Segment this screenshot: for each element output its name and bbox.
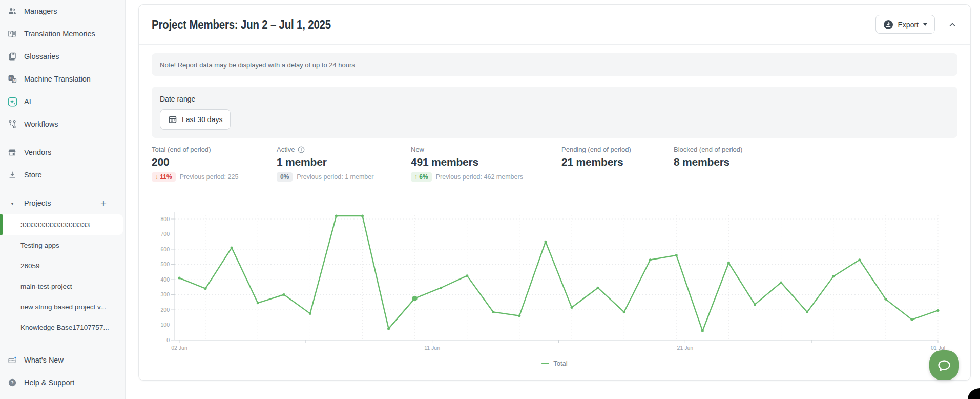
sidebar-project-item[interactable]: Testing apps — [0, 235, 125, 255]
svg-text:02 Jun: 02 Jun — [171, 345, 187, 351]
stat-label: Active — [277, 146, 295, 153]
sidebar-item-translation-memories[interactable]: Translation Memories — [0, 23, 125, 45]
sidebar-item-label: Managers — [24, 7, 57, 15]
members-chart[interactable]: 010020030040050060070080002 Jun11 Jun21 … — [152, 202, 957, 367]
stats-row: Total (end of period) 200 ↓ 11% Previous… — [152, 145, 957, 182]
chart-legend: Total — [152, 360, 957, 367]
stat-pending: Pending (end of period) 21 members — [561, 145, 674, 182]
delta-badge: ↓ 11% — [152, 172, 176, 182]
project-item-label: new string based project v... — [20, 303, 106, 311]
date-range-button[interactable]: Last 30 days — [160, 109, 231, 130]
project-item-label: 333333333333333333 — [20, 221, 90, 229]
svg-text:0: 0 — [166, 337, 170, 343]
date-range-panel: Date range Last 30 days — [152, 87, 957, 138]
divider — [0, 346, 125, 346]
projects-section-header[interactable]: ▾ Projects + — [0, 192, 125, 214]
sidebar-item-label: Vendors — [24, 148, 51, 156]
stat-label: Blocked (end of period) — [674, 146, 742, 153]
svg-text:400: 400 — [160, 276, 170, 283]
svg-text:600: 600 — [160, 246, 170, 252]
svg-text:A: A — [13, 78, 16, 82]
project-item-label: Knowledge Base17107757... — [20, 324, 109, 331]
sidebar-project-item[interactable]: Knowledge Base17107757... — [0, 317, 125, 337]
active-indicator-bar — [0, 214, 3, 235]
translation-memories-icon — [7, 29, 17, 39]
stat-blocked: Blocked (end of period) 8 members — [674, 145, 742, 182]
chat-widget-button[interactable] — [929, 350, 959, 380]
machine-translation-icon: G A — [7, 74, 17, 84]
stat-label: Pending (end of period) — [561, 146, 674, 153]
sidebar-item-label: Machine Translation — [24, 75, 91, 83]
legend-label: Total — [553, 360, 567, 367]
divider — [0, 189, 125, 189]
export-button-label: Export — [898, 21, 919, 29]
note-banner: Note! Report data may be displayed with … — [152, 53, 957, 76]
vendors-icon — [7, 147, 17, 157]
sidebar-item-label: AI — [24, 97, 31, 106]
svg-text:21 Jun: 21 Jun — [677, 345, 694, 351]
help-icon: ? — [7, 377, 17, 388]
report-header: Project Members: Jun 2 – Jul 1, 2025 Exp… — [139, 5, 970, 45]
chevron-down-icon[interactable]: ▾ — [7, 201, 17, 206]
info-icon[interactable] — [298, 146, 305, 153]
stat-value: 21 members — [561, 156, 674, 168]
sidebar-item-label: Help & Support — [24, 378, 74, 387]
svg-text:100: 100 — [160, 322, 170, 328]
stat-value: 491 members — [411, 156, 561, 168]
sidebar-project-item[interactable]: new string based project v... — [0, 296, 125, 317]
sidebar-item-machine-translation[interactable]: G A Machine Translation — [0, 68, 125, 90]
stat-value: 8 members — [674, 156, 742, 168]
sidebar-item-label: What's New — [24, 356, 64, 364]
svg-text:700: 700 — [160, 231, 170, 237]
ai-icon — [7, 96, 17, 107]
sidebar-project-item[interactable]: 26059 — [0, 255, 125, 276]
projects-header-label: Projects — [24, 199, 51, 207]
sidebar-item-help-support[interactable]: ? Help & Support — [0, 371, 125, 394]
managers-icon — [7, 6, 17, 16]
sidebar-project-item[interactable]: 333333333333333333 — [0, 214, 123, 235]
svg-text:800: 800 — [160, 216, 170, 222]
sidebar-item-workflows[interactable]: Workflows — [0, 113, 125, 135]
sidebar-item-store[interactable]: Store — [0, 164, 125, 186]
sidebar-project-item[interactable]: main-test-project — [0, 276, 125, 296]
chevron-up-icon — [947, 19, 957, 30]
export-button[interactable]: Export — [875, 15, 935, 34]
svg-text:11 Jun: 11 Jun — [424, 345, 440, 351]
sidebar-item-label: Workflows — [24, 120, 58, 128]
stat-total: Total (end of period) 200 ↓ 11% Previous… — [152, 145, 277, 182]
whats-new-icon — [7, 355, 17, 365]
svg-text:?: ? — [11, 380, 14, 385]
sidebar-item-label: Store — [24, 171, 42, 179]
export-icon — [883, 19, 893, 30]
sidebar: Managers Translation Memories Glossaries — [0, 0, 126, 399]
legend-line-swatch — [541, 363, 549, 364]
sidebar-item-label: Glossaries — [24, 52, 59, 61]
previous-period-text: Previous period: 462 members — [436, 173, 523, 181]
sidebar-item-glossaries[interactable]: Glossaries — [0, 45, 125, 68]
date-range-button-label: Last 30 days — [182, 115, 222, 124]
stat-label: New — [411, 146, 561, 153]
svg-text:200: 200 — [160, 307, 170, 313]
sidebar-item-whats-new[interactable]: What's New — [0, 349, 125, 371]
previous-period-text: Previous period: 1 member — [297, 173, 373, 181]
sidebar-item-label: Translation Memories — [24, 30, 95, 38]
stat-value: 1 member — [277, 156, 411, 168]
sidebar-item-managers[interactable]: Managers — [0, 0, 125, 23]
report-card: Project Members: Jun 2 – Jul 1, 2025 Exp… — [138, 4, 971, 381]
svg-text:500: 500 — [160, 261, 170, 267]
store-icon — [7, 170, 17, 180]
cursor-artifact — [968, 388, 980, 399]
glossaries-icon — [7, 51, 17, 62]
stat-label: Total (end of period) — [152, 146, 277, 153]
add-project-button[interactable]: + — [100, 198, 107, 208]
date-range-label: Date range — [160, 95, 949, 103]
project-item-label: 26059 — [20, 262, 40, 270]
sidebar-item-vendors[interactable]: Vendors — [0, 141, 125, 164]
stat-new: New 491 members ↑ 6% Previous period: 46… — [411, 145, 561, 182]
caret-down-icon — [923, 23, 927, 26]
collapse-panel-button[interactable] — [947, 19, 957, 30]
sidebar-item-ai[interactable]: AI — [0, 90, 125, 113]
svg-text:300: 300 — [160, 291, 170, 297]
stat-value: 200 — [152, 156, 277, 168]
delta-badge: ↑ 6% — [411, 172, 432, 182]
